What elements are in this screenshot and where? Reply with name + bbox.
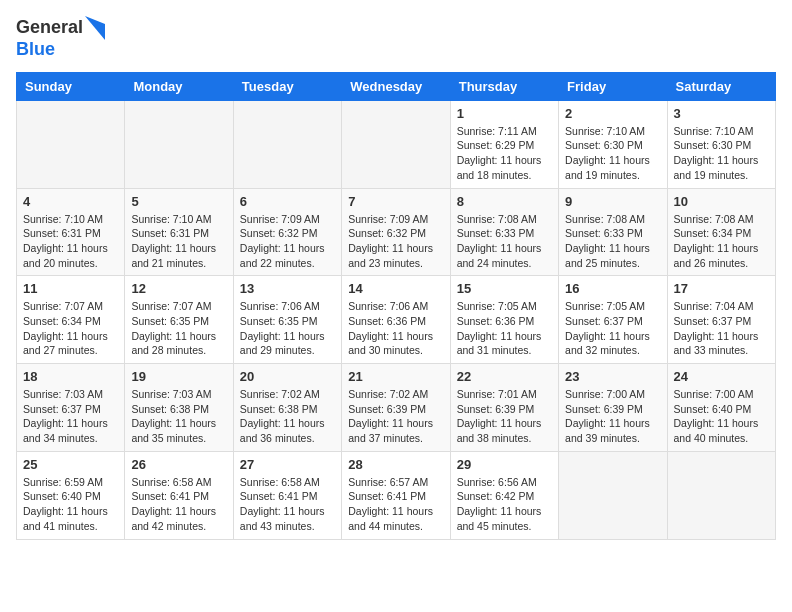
- calendar-cell: 9Sunrise: 7:08 AM Sunset: 6:33 PM Daylig…: [559, 188, 667, 276]
- day-number: 9: [565, 194, 660, 209]
- day-number: 12: [131, 281, 226, 296]
- day-info: Sunrise: 6:56 AM Sunset: 6:42 PM Dayligh…: [457, 475, 552, 534]
- calendar-weekday-friday: Friday: [559, 72, 667, 100]
- calendar-cell: 5Sunrise: 7:10 AM Sunset: 6:31 PM Daylig…: [125, 188, 233, 276]
- day-number: 7: [348, 194, 443, 209]
- day-number: 17: [674, 281, 769, 296]
- calendar-cell: [667, 451, 775, 539]
- day-info: Sunrise: 7:02 AM Sunset: 6:39 PM Dayligh…: [348, 387, 443, 446]
- calendar-cell: [125, 100, 233, 188]
- calendar-cell: 8Sunrise: 7:08 AM Sunset: 6:33 PM Daylig…: [450, 188, 558, 276]
- logo-icon: [85, 16, 105, 40]
- day-number: 4: [23, 194, 118, 209]
- calendar-cell: [342, 100, 450, 188]
- calendar-cell: 7Sunrise: 7:09 AM Sunset: 6:32 PM Daylig…: [342, 188, 450, 276]
- day-info: Sunrise: 6:58 AM Sunset: 6:41 PM Dayligh…: [131, 475, 226, 534]
- calendar-header-row: SundayMondayTuesdayWednesdayThursdayFrid…: [17, 72, 776, 100]
- day-info: Sunrise: 7:10 AM Sunset: 6:30 PM Dayligh…: [565, 124, 660, 183]
- day-info: Sunrise: 7:04 AM Sunset: 6:37 PM Dayligh…: [674, 299, 769, 358]
- calendar-weekday-thursday: Thursday: [450, 72, 558, 100]
- calendar-cell: 11Sunrise: 7:07 AM Sunset: 6:34 PM Dayli…: [17, 276, 125, 364]
- day-info: Sunrise: 7:07 AM Sunset: 6:35 PM Dayligh…: [131, 299, 226, 358]
- calendar-cell: 26Sunrise: 6:58 AM Sunset: 6:41 PM Dayli…: [125, 451, 233, 539]
- calendar-cell: 18Sunrise: 7:03 AM Sunset: 6:37 PM Dayli…: [17, 364, 125, 452]
- day-info: Sunrise: 7:08 AM Sunset: 6:34 PM Dayligh…: [674, 212, 769, 271]
- day-number: 23: [565, 369, 660, 384]
- calendar-cell: [17, 100, 125, 188]
- day-info: Sunrise: 7:10 AM Sunset: 6:31 PM Dayligh…: [23, 212, 118, 271]
- calendar-table: SundayMondayTuesdayWednesdayThursdayFrid…: [16, 72, 776, 540]
- calendar-week-row: 25Sunrise: 6:59 AM Sunset: 6:40 PM Dayli…: [17, 451, 776, 539]
- calendar-cell: 15Sunrise: 7:05 AM Sunset: 6:36 PM Dayli…: [450, 276, 558, 364]
- calendar-cell: 28Sunrise: 6:57 AM Sunset: 6:41 PM Dayli…: [342, 451, 450, 539]
- day-number: 1: [457, 106, 552, 121]
- day-number: 21: [348, 369, 443, 384]
- calendar-cell: 19Sunrise: 7:03 AM Sunset: 6:38 PM Dayli…: [125, 364, 233, 452]
- calendar-cell: 21Sunrise: 7:02 AM Sunset: 6:39 PM Dayli…: [342, 364, 450, 452]
- calendar-cell: 24Sunrise: 7:00 AM Sunset: 6:40 PM Dayli…: [667, 364, 775, 452]
- calendar-cell: 3Sunrise: 7:10 AM Sunset: 6:30 PM Daylig…: [667, 100, 775, 188]
- day-info: Sunrise: 7:03 AM Sunset: 6:37 PM Dayligh…: [23, 387, 118, 446]
- calendar-week-row: 1Sunrise: 7:11 AM Sunset: 6:29 PM Daylig…: [17, 100, 776, 188]
- day-number: 14: [348, 281, 443, 296]
- page-header: General Blue: [16, 16, 776, 60]
- logo: General Blue: [16, 16, 105, 60]
- day-number: 5: [131, 194, 226, 209]
- day-number: 8: [457, 194, 552, 209]
- day-info: Sunrise: 7:10 AM Sunset: 6:30 PM Dayligh…: [674, 124, 769, 183]
- day-info: Sunrise: 7:08 AM Sunset: 6:33 PM Dayligh…: [565, 212, 660, 271]
- day-number: 2: [565, 106, 660, 121]
- calendar-cell: 22Sunrise: 7:01 AM Sunset: 6:39 PM Dayli…: [450, 364, 558, 452]
- calendar-week-row: 4Sunrise: 7:10 AM Sunset: 6:31 PM Daylig…: [17, 188, 776, 276]
- calendar-weekday-saturday: Saturday: [667, 72, 775, 100]
- calendar-week-row: 18Sunrise: 7:03 AM Sunset: 6:37 PM Dayli…: [17, 364, 776, 452]
- day-info: Sunrise: 7:00 AM Sunset: 6:40 PM Dayligh…: [674, 387, 769, 446]
- day-number: 11: [23, 281, 118, 296]
- calendar-cell: [233, 100, 341, 188]
- day-info: Sunrise: 7:08 AM Sunset: 6:33 PM Dayligh…: [457, 212, 552, 271]
- day-info: Sunrise: 7:09 AM Sunset: 6:32 PM Dayligh…: [240, 212, 335, 271]
- day-info: Sunrise: 6:59 AM Sunset: 6:40 PM Dayligh…: [23, 475, 118, 534]
- calendar-cell: 17Sunrise: 7:04 AM Sunset: 6:37 PM Dayli…: [667, 276, 775, 364]
- day-info: Sunrise: 7:11 AM Sunset: 6:29 PM Dayligh…: [457, 124, 552, 183]
- calendar-cell: 23Sunrise: 7:00 AM Sunset: 6:39 PM Dayli…: [559, 364, 667, 452]
- calendar-cell: 14Sunrise: 7:06 AM Sunset: 6:36 PM Dayli…: [342, 276, 450, 364]
- day-info: Sunrise: 7:06 AM Sunset: 6:36 PM Dayligh…: [348, 299, 443, 358]
- day-number: 22: [457, 369, 552, 384]
- day-number: 20: [240, 369, 335, 384]
- day-number: 3: [674, 106, 769, 121]
- calendar-week-row: 11Sunrise: 7:07 AM Sunset: 6:34 PM Dayli…: [17, 276, 776, 364]
- day-info: Sunrise: 7:01 AM Sunset: 6:39 PM Dayligh…: [457, 387, 552, 446]
- calendar-cell: 6Sunrise: 7:09 AM Sunset: 6:32 PM Daylig…: [233, 188, 341, 276]
- calendar-cell: 29Sunrise: 6:56 AM Sunset: 6:42 PM Dayli…: [450, 451, 558, 539]
- calendar-cell: 13Sunrise: 7:06 AM Sunset: 6:35 PM Dayli…: [233, 276, 341, 364]
- day-info: Sunrise: 7:00 AM Sunset: 6:39 PM Dayligh…: [565, 387, 660, 446]
- calendar-cell: 27Sunrise: 6:58 AM Sunset: 6:41 PM Dayli…: [233, 451, 341, 539]
- calendar-cell: 20Sunrise: 7:02 AM Sunset: 6:38 PM Dayli…: [233, 364, 341, 452]
- day-number: 15: [457, 281, 552, 296]
- day-number: 27: [240, 457, 335, 472]
- day-info: Sunrise: 7:05 AM Sunset: 6:36 PM Dayligh…: [457, 299, 552, 358]
- day-number: 26: [131, 457, 226, 472]
- day-info: Sunrise: 7:05 AM Sunset: 6:37 PM Dayligh…: [565, 299, 660, 358]
- calendar-cell: 16Sunrise: 7:05 AM Sunset: 6:37 PM Dayli…: [559, 276, 667, 364]
- calendar-cell: 1Sunrise: 7:11 AM Sunset: 6:29 PM Daylig…: [450, 100, 558, 188]
- svg-marker-0: [85, 16, 105, 40]
- calendar-weekday-tuesday: Tuesday: [233, 72, 341, 100]
- day-info: Sunrise: 7:09 AM Sunset: 6:32 PM Dayligh…: [348, 212, 443, 271]
- day-number: 6: [240, 194, 335, 209]
- calendar-cell: 4Sunrise: 7:10 AM Sunset: 6:31 PM Daylig…: [17, 188, 125, 276]
- calendar-weekday-wednesday: Wednesday: [342, 72, 450, 100]
- logo-text-blue: Blue: [16, 39, 55, 59]
- day-info: Sunrise: 6:58 AM Sunset: 6:41 PM Dayligh…: [240, 475, 335, 534]
- calendar-weekday-monday: Monday: [125, 72, 233, 100]
- day-number: 25: [23, 457, 118, 472]
- day-number: 29: [457, 457, 552, 472]
- day-number: 18: [23, 369, 118, 384]
- day-number: 10: [674, 194, 769, 209]
- day-info: Sunrise: 7:03 AM Sunset: 6:38 PM Dayligh…: [131, 387, 226, 446]
- day-number: 16: [565, 281, 660, 296]
- calendar-cell: 12Sunrise: 7:07 AM Sunset: 6:35 PM Dayli…: [125, 276, 233, 364]
- day-info: Sunrise: 6:57 AM Sunset: 6:41 PM Dayligh…: [348, 475, 443, 534]
- day-number: 24: [674, 369, 769, 384]
